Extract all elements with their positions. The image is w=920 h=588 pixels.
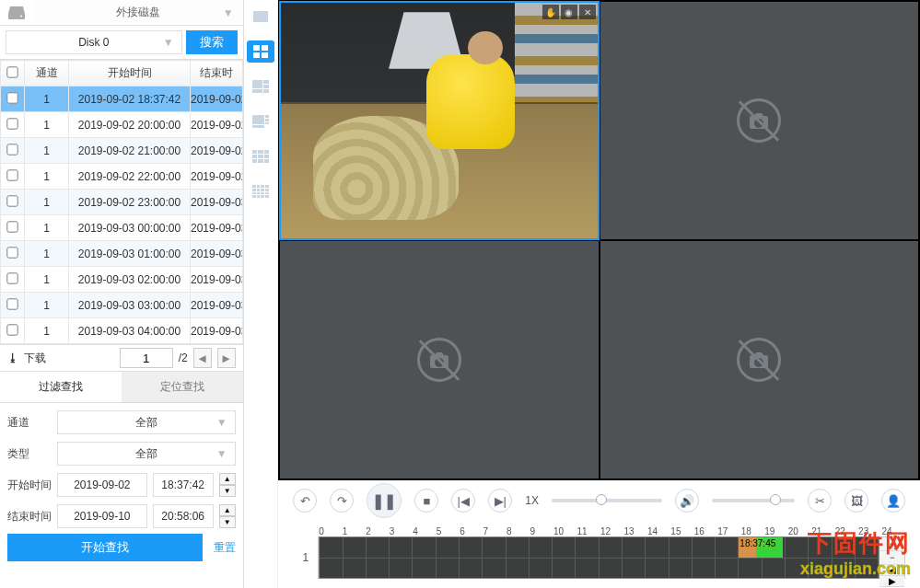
source-row: 外接磁盘 ▼ xyxy=(0,0,243,26)
user-button[interactable]: 👤 xyxy=(881,489,905,513)
video-cell-1[interactable]: ✋ ◉ ✕ xyxy=(279,1,599,240)
table-row[interactable]: 12019-09-02 22:00:002019-09-02 xyxy=(1,164,243,190)
next-frame-button[interactable]: ▶| xyxy=(488,489,512,513)
ruler-tick: 4 xyxy=(413,526,436,536)
left-panel: 外接磁盘 ▼ Disk 0 ▼ 搜索 通道 开始时间 结束时 12019-09-… xyxy=(0,0,244,588)
source-label: 外接磁盘 xyxy=(116,5,160,20)
layout-8-button[interactable] xyxy=(247,110,274,133)
timeline-zoom-in[interactable]: ＋ xyxy=(879,537,904,551)
ruler-tick: 19 xyxy=(764,526,787,536)
channel-select[interactable]: 全部 ▼ xyxy=(57,410,236,434)
table-row[interactable]: 12019-09-03 01:00:002019-09-03 xyxy=(1,241,243,267)
playback-controls: ↶ ↷ ❚❚ ■ |◀ ▶| 1X 🔊 ✂ 🖼 👤 xyxy=(278,480,920,521)
ruler-tick: 15 xyxy=(670,526,693,536)
tab-filter[interactable]: 过滤查找 xyxy=(0,372,122,402)
svg-point-0 xyxy=(20,15,22,17)
undo-button[interactable]: ↶ xyxy=(293,489,317,513)
header-start[interactable]: 开始时间 xyxy=(69,61,191,86)
prev-frame-button[interactable]: |◀ xyxy=(451,489,475,513)
table-row[interactable]: 12019-09-02 20:00:002019-09-02 xyxy=(1,112,243,138)
camera-icon[interactable]: ◉ xyxy=(561,5,577,19)
table-row[interactable]: 12019-09-02 23:00:002019-09-03 xyxy=(1,190,243,215)
volume-button[interactable]: 🔊 xyxy=(675,489,699,513)
table-row[interactable]: 12019-09-03 04:00:002019-09-03 xyxy=(1,318,243,344)
video-cell-3[interactable] xyxy=(279,240,599,479)
ruler-tick: 22 xyxy=(835,526,858,536)
volume-slider[interactable] xyxy=(712,499,795,502)
start-time-stepper[interactable]: ▲▼ xyxy=(219,473,236,497)
timeline-scroll-right[interactable]: ▶ xyxy=(879,576,904,587)
filter-form: 通道 全部 ▼ 类型 全部 ▼ 开始时间 2019-09-02 18:37:42… xyxy=(0,403,243,528)
disk-row: Disk 0 ▼ 搜索 xyxy=(6,29,238,55)
start-date-field[interactable]: 2019-09-02 xyxy=(57,473,147,497)
ruler-tick: 7 xyxy=(483,526,507,536)
search-button[interactable]: 搜索 xyxy=(186,30,238,54)
timeline-marker: 18:37:45 xyxy=(739,538,776,548)
video-cell-2[interactable] xyxy=(600,1,919,240)
layout-16-button[interactable] xyxy=(247,180,274,202)
channel-label: 通道 xyxy=(7,415,52,431)
page-next-button[interactable]: ► xyxy=(217,348,236,368)
reset-link[interactable]: 重置 xyxy=(214,540,236,556)
pause-button[interactable]: ❚❚ xyxy=(367,483,402,518)
page-prev-button[interactable]: ◄ xyxy=(193,348,212,368)
ruler-tick: 8 xyxy=(507,526,530,536)
stop-button[interactable]: ■ xyxy=(414,489,438,513)
end-time-field[interactable]: 20:58:06 xyxy=(153,504,214,528)
ruler-tick: 2 xyxy=(366,526,389,536)
start-time-label: 开始时间 xyxy=(7,478,52,493)
main-panel: ✋ ◉ ✕ ↶ ↷ ❚❚ ■ |◀ ▶| 1X 🔊 ✂ 🖼 👤 xyxy=(278,0,920,588)
layout-1-button[interactable] xyxy=(247,6,274,28)
recordings-table: 通道 开始时间 结束时 12019-09-02 18:37:422019-09-… xyxy=(0,59,243,344)
speed-slider[interactable] xyxy=(552,499,662,502)
page-input[interactable] xyxy=(120,348,173,368)
type-select[interactable]: 全部 ▼ xyxy=(57,442,236,466)
chevron-down-icon: ▼ xyxy=(216,416,227,429)
table-row[interactable]: 12019-09-03 03:00:002019-09-03 xyxy=(1,293,243,318)
ruler-tick: 0 xyxy=(319,526,342,536)
no-signal-icon xyxy=(417,338,461,382)
end-date-field[interactable]: 2019-09-10 xyxy=(57,504,147,528)
tab-locate[interactable]: 定位查找 xyxy=(122,372,243,402)
video-cell-4[interactable] xyxy=(600,240,919,479)
table-row[interactable]: 12019-09-03 00:00:002019-09-03 xyxy=(1,215,243,241)
end-time-stepper[interactable]: ▲▼ xyxy=(219,504,236,528)
ruler-tick: 14 xyxy=(647,526,670,536)
download-icon: ⭳ xyxy=(7,352,18,364)
download-label[interactable]: 下载 xyxy=(24,351,46,366)
timeline-zoom-out[interactable]: － xyxy=(879,551,904,565)
disk-select[interactable]: Disk 0 ▼ xyxy=(6,30,182,54)
layout-strip xyxy=(244,0,279,588)
search-tabs: 过滤查找 定位查找 xyxy=(0,372,243,403)
timeline-track[interactable]: 18:37:45 xyxy=(319,536,879,579)
start-search-button[interactable]: 开始查找 xyxy=(7,534,203,561)
download-row: ⭳ 下载 /2 ◄ ► xyxy=(0,344,243,372)
ruler-tick: 6 xyxy=(460,526,483,536)
table-row[interactable]: 12019-09-02 21:00:002019-09-02 xyxy=(1,138,243,164)
clip-button[interactable]: ✂ xyxy=(808,489,832,513)
speed-label: 1X xyxy=(525,494,539,507)
hand-icon[interactable]: ✋ xyxy=(542,5,559,19)
header-check[interactable] xyxy=(1,61,25,86)
table-row[interactable]: 12019-09-03 02:00:002019-09-03 xyxy=(1,267,243,293)
no-signal-icon xyxy=(737,98,781,143)
header-end[interactable]: 结束时 xyxy=(191,61,243,86)
ruler-tick: 1 xyxy=(343,526,366,536)
ruler-tick: 20 xyxy=(788,526,811,536)
layout-9-button[interactable] xyxy=(247,145,274,167)
header-channel[interactable]: 通道 xyxy=(25,61,69,86)
ruler-tick: 10 xyxy=(553,526,576,536)
snapshot-button[interactable]: 🖼 xyxy=(844,489,868,513)
table-row[interactable]: 12019-09-02 18:37:422019-09-02 xyxy=(1,86,243,112)
layout-6-button[interactable] xyxy=(247,75,274,98)
ruler-tick: 12 xyxy=(600,526,623,536)
no-signal-icon xyxy=(737,338,781,382)
layout-4-button[interactable] xyxy=(247,40,274,63)
redo-button[interactable]: ↷ xyxy=(330,489,354,513)
start-time-field[interactable]: 18:37:42 xyxy=(153,473,214,497)
source-select[interactable]: 外接磁盘 ▼ xyxy=(33,1,243,25)
ruler-tick: 5 xyxy=(437,526,460,536)
timeline-scroll-left[interactable]: ◀ xyxy=(879,565,904,576)
close-icon[interactable]: ✕ xyxy=(579,5,596,19)
disk-icon xyxy=(0,6,33,19)
